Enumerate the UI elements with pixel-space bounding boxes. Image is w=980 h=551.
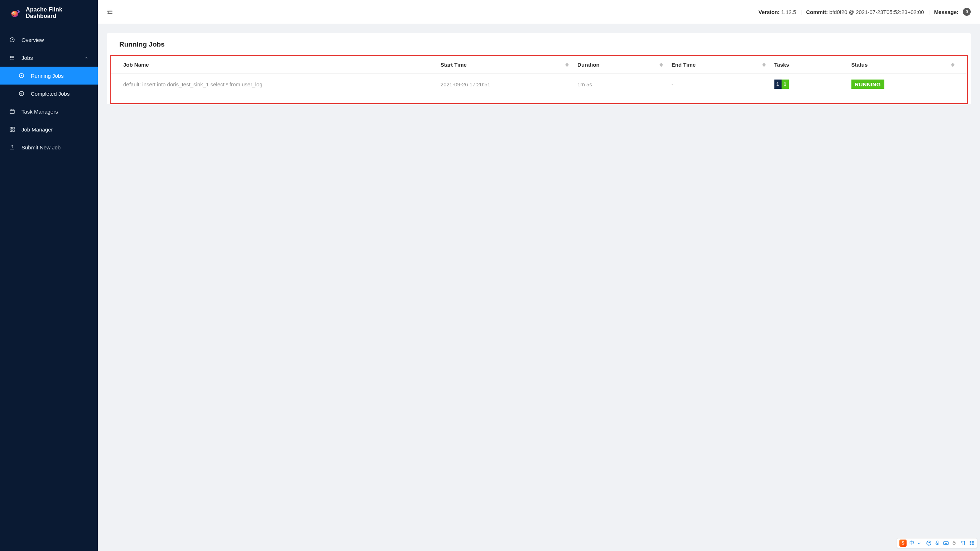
svg-rect-23 <box>972 543 974 545</box>
col-label: Tasks <box>775 62 789 68</box>
sidebar-item-label: Submit New Job <box>21 144 60 150</box>
topbar: Version: 1.12.5 | Commit: bfd0f20 @ 2021… <box>98 0 980 24</box>
brand-title: Apache Flink Dashboard <box>26 6 90 19</box>
col-label: End Time <box>671 62 695 68</box>
tasks-total: 1 <box>775 80 781 89</box>
sort-icon[interactable] <box>659 63 663 67</box>
separator: | <box>800 9 802 15</box>
sidebar-submenu-jobs: Running Jobs Completed Jobs <box>0 67 98 102</box>
svg-rect-13 <box>13 130 14 132</box>
sidebar-item-submit-new-job[interactable]: Submit New Job <box>0 138 98 156</box>
flink-logo-icon <box>9 7 21 19</box>
svg-point-14 <box>918 543 920 544</box>
svg-rect-20 <box>970 541 971 543</box>
col-label: Start Time <box>441 62 467 68</box>
commit-value: bfd0f20 @ 2021-07-23T05:52:23+02:00 <box>830 9 924 15</box>
sidebar-item-label: Running Jobs <box>31 73 64 79</box>
sidebar-item-label: Jobs <box>21 55 33 61</box>
sort-icon[interactable] <box>565 63 569 67</box>
sogou-logo-icon[interactable]: S <box>899 540 907 547</box>
commit-label: Commit: <box>806 9 828 15</box>
cell-end-time: - <box>667 74 770 95</box>
col-label: Duration <box>578 62 600 68</box>
tasks-running: 1 <box>781 80 789 89</box>
cell-status: RUNNING <box>847 74 967 95</box>
table-row[interactable]: default: insert into doris_test_sink_1 s… <box>111 74 967 95</box>
sidebar-item-task-managers[interactable]: Task Managers <box>0 102 98 120</box>
page-title: Running Jobs <box>119 40 959 48</box>
main: Version: 1.12.5 | Commit: bfd0f20 @ 2021… <box>98 0 980 551</box>
svg-rect-22 <box>970 543 971 545</box>
svg-rect-9 <box>10 110 14 113</box>
message-count-badge[interactable]: 0 <box>963 8 971 16</box>
cell-start-time: 2021-09-26 17:20:51 <box>436 74 573 95</box>
chevron-up-icon <box>84 55 89 61</box>
col-start-time[interactable]: Start Time <box>436 56 573 74</box>
ime-keyboard-icon[interactable] <box>943 540 949 546</box>
ime-mic-icon[interactable] <box>934 540 940 546</box>
brand: Apache Flink Dashboard <box>0 0 98 26</box>
sidebar-item-running-jobs[interactable]: Running Jobs <box>0 67 98 84</box>
calendar-icon <box>9 108 15 114</box>
version-label: Version: <box>759 9 780 15</box>
dashboard-icon <box>9 37 15 43</box>
col-duration[interactable]: Duration <box>573 56 667 74</box>
play-circle-icon <box>19 73 24 78</box>
sort-icon[interactable] <box>951 63 955 67</box>
content: Running Jobs Job Name Start Time <box>98 24 980 119</box>
running-jobs-card: Running Jobs Job Name Start Time <box>107 33 971 104</box>
highlight-box: Job Name Start Time <box>110 55 968 104</box>
sort-icon[interactable] <box>762 63 766 67</box>
ime-apps-icon[interactable] <box>969 540 975 546</box>
col-tasks[interactable]: Tasks <box>770 56 847 74</box>
sidebar-menu: Overview Jobs Running Jobs <box>0 26 98 156</box>
sidebar: Apache Flink Dashboard Overview Jobs <box>0 0 98 551</box>
ime-shirt-icon[interactable] <box>960 540 966 546</box>
svg-point-2 <box>13 13 14 14</box>
svg-point-4 <box>10 56 10 56</box>
tasks-badge: 1 1 <box>775 80 789 89</box>
sidebar-item-label: Overview <box>21 37 44 43</box>
cell-job-name: default: insert into doris_test_sink_1 s… <box>111 74 436 95</box>
svg-rect-18 <box>937 541 938 543</box>
separator: | <box>928 9 930 15</box>
version-value: 1.12.5 <box>781 9 796 15</box>
col-status[interactable]: Status <box>847 56 967 74</box>
upload-icon <box>9 144 15 150</box>
sidebar-item-job-manager[interactable]: Job Manager <box>0 120 98 138</box>
grid-icon <box>9 126 15 132</box>
svg-point-6 <box>10 59 10 59</box>
sidebar-item-completed-jobs[interactable]: Completed Jobs <box>0 84 98 102</box>
svg-rect-19 <box>943 542 948 545</box>
check-circle-icon <box>19 91 24 96</box>
status-badge: RUNNING <box>851 80 885 89</box>
ime-hand-icon[interactable] <box>952 540 958 546</box>
sidebar-item-label: Task Managers <box>21 108 58 115</box>
list-icon <box>9 55 15 61</box>
svg-rect-10 <box>10 127 12 129</box>
col-end-time[interactable]: End Time <box>667 56 770 74</box>
card-head: Running Jobs <box>107 33 971 53</box>
sidebar-item-label: Job Manager <box>21 126 53 132</box>
sidebar-item-jobs[interactable]: Jobs <box>0 49 98 67</box>
col-label: Status <box>851 62 868 68</box>
topbar-meta: Version: 1.12.5 | Commit: bfd0f20 @ 2021… <box>759 8 971 16</box>
svg-point-5 <box>10 57 10 58</box>
message-label: Message: <box>934 9 959 15</box>
svg-point-17 <box>929 542 929 543</box>
svg-point-15 <box>927 541 931 545</box>
svg-point-8 <box>19 91 24 96</box>
svg-rect-12 <box>10 130 12 132</box>
col-label: Job Name <box>123 62 149 68</box>
sidebar-item-label: Completed Jobs <box>31 91 70 97</box>
cell-tasks: 1 1 <box>770 74 847 95</box>
svg-rect-21 <box>972 541 974 543</box>
collapse-sidebar-button[interactable] <box>106 8 114 16</box>
sidebar-item-overview[interactable]: Overview <box>0 31 98 49</box>
svg-rect-11 <box>13 127 14 129</box>
ime-punct-icon[interactable] <box>917 540 923 546</box>
col-job-name[interactable]: Job Name <box>111 56 436 74</box>
ime-lang[interactable]: 中 <box>910 540 915 546</box>
ime-toolbar[interactable]: S 中 <box>897 538 977 548</box>
ime-emoji-icon[interactable] <box>926 540 932 546</box>
